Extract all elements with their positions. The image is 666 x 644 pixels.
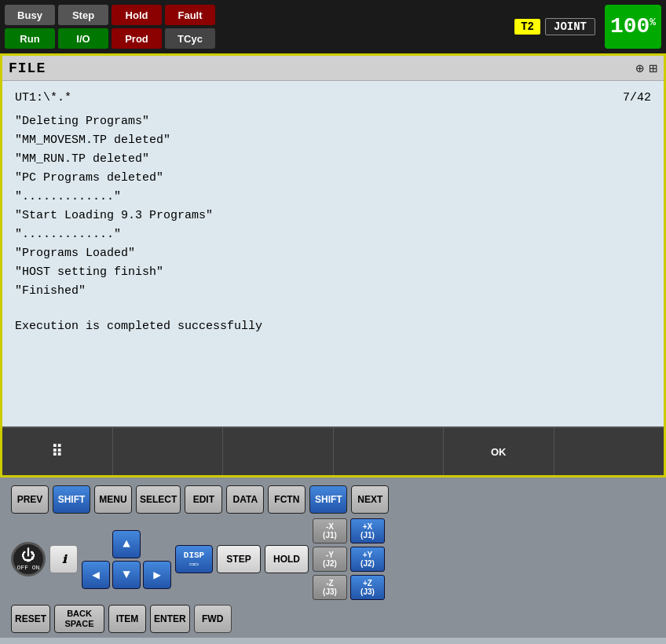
status-group-4: Fault TCyc xyxy=(165,5,215,49)
func-bar: ⠿ OK xyxy=(2,426,664,475)
arrow-down-button[interactable]: ▼ xyxy=(112,561,141,589)
edit-button[interactable]: EDIT xyxy=(185,485,222,514)
content-line: Execution is completed successfully xyxy=(15,317,651,336)
neg-z-button[interactable]: -Z(J3) xyxy=(313,575,347,600)
fwd-button[interactable]: FWD xyxy=(194,605,232,633)
hold-button[interactable]: Hold xyxy=(112,5,162,25)
axis-row-y: -Y(J2) +Y(J2) xyxy=(313,547,385,572)
disp-button[interactable]: DISP ▭▭ xyxy=(175,545,213,573)
keyboard-panel: PREV SHIFT MENU SELECT EDIT DATA FCTN SH… xyxy=(0,478,666,638)
t2-badge: T2 xyxy=(514,19,540,35)
content-line: "PC Programs deleted" xyxy=(15,169,651,188)
indicator-group: T2 JOINT xyxy=(514,18,595,35)
content-line: "Start Loading 9.3 Programs" xyxy=(15,207,651,225)
arrow-right-button[interactable]: ▶ xyxy=(143,561,171,589)
axis-row-x: -X(J1) +X(J1) xyxy=(313,518,385,543)
grid-icon[interactable]: ⊞ xyxy=(649,60,657,77)
arrow-up-button[interactable]: ▲ xyxy=(112,530,141,558)
percent-value: 100 xyxy=(610,16,650,38)
run-button[interactable]: Run xyxy=(5,28,55,49)
zoom-icon[interactable]: ⊕ xyxy=(635,60,644,77)
status-group-3: Hold Prod xyxy=(112,5,162,49)
file-header: FILE ⊕ ⊞ xyxy=(2,56,664,81)
pos-x-button[interactable]: +X(J1) xyxy=(350,518,385,543)
file-position: 7/42 xyxy=(623,89,651,108)
tcyc-button[interactable]: TCyc xyxy=(165,28,215,49)
content-line: "............." xyxy=(15,188,651,207)
percent-box: 100 % xyxy=(605,5,661,49)
arrow-left-button[interactable]: ◀ xyxy=(82,561,110,589)
pos-y-button[interactable]: +Y(J2) xyxy=(350,547,385,572)
prev-button[interactable]: PREV xyxy=(11,485,49,514)
hold-kbd-button[interactable]: HOLD xyxy=(265,545,309,573)
data-button[interactable]: DATA xyxy=(226,485,264,514)
content-lines: "Deleting Programs""MM_MOVESM.TP deleted… xyxy=(15,112,651,336)
io-button[interactable]: I/O xyxy=(58,28,108,49)
kbd-row-1: PREV SHIFT MENU SELECT EDIT DATA FCTN SH… xyxy=(11,485,655,514)
fault-button[interactable]: Fault xyxy=(165,5,215,25)
shift2-button[interactable]: SHIFT xyxy=(309,485,347,514)
func-f2-button[interactable] xyxy=(113,428,224,475)
status-group-1: Busy Run xyxy=(5,5,55,49)
kbd-row-3: RESET BACKSPACE ITEM ENTER FWD xyxy=(11,605,655,633)
status-group-2: Step I/O xyxy=(58,5,108,49)
pos-z-button[interactable]: +Z(J3) xyxy=(350,575,385,600)
item-button[interactable]: ITEM xyxy=(108,605,146,633)
select-button[interactable]: SELECT xyxy=(136,485,181,514)
content-header-row: UT1:\*.* 7/42 xyxy=(15,89,651,108)
next-button[interactable]: NEXT xyxy=(351,485,389,514)
content-line: "HOST setting finish" xyxy=(15,263,651,282)
file-path: UT1:\*.* xyxy=(15,89,71,108)
arrow-group: ▲ ◀ ▶ ▼ xyxy=(82,530,171,589)
func-ok-button[interactable]: OK xyxy=(444,428,554,475)
busy-button[interactable]: Busy xyxy=(5,5,55,25)
info-button[interactable]: ℹ xyxy=(49,545,78,573)
enter-button[interactable]: ENTER xyxy=(150,605,190,633)
content-line: "MM_MOVESM.TP deleted" xyxy=(15,131,651,150)
fctn-button[interactable]: FCTN xyxy=(268,485,306,514)
step-button[interactable]: Step xyxy=(58,5,108,25)
content-line: "............." xyxy=(15,225,651,244)
content-line: "Deleting Programs" xyxy=(15,112,651,131)
info-icon: ℹ xyxy=(62,553,66,566)
func-grid-button[interactable]: ⠿ xyxy=(2,428,113,475)
joint-badge: JOINT xyxy=(545,18,595,35)
neg-y-button[interactable]: -Y(J2) xyxy=(313,547,347,572)
content-area: UT1:\*.* 7/42 "Deleting Programs""MM_MOV… xyxy=(2,81,664,426)
header-icons: ⊕ ⊞ xyxy=(635,60,657,77)
content-line: "Programs Loaded" xyxy=(15,244,651,263)
kbd-row-2: ⏻ OFF ON ℹ ▲ ◀ ▶ ▼ DISP ▭▭ STEP HOLD -X(… xyxy=(11,518,655,600)
content-line: "MM_RUN.TP deleted" xyxy=(15,150,651,169)
axis-group: -X(J1) +X(J1) -Y(J2) +Y(J2) -Z(J3) +Z(J3… xyxy=(313,518,385,600)
content-line: "Finished" xyxy=(15,282,651,301)
content-line xyxy=(15,301,651,317)
menu-button[interactable]: MENU xyxy=(94,485,132,514)
power-button[interactable]: ⏻ OFF ON xyxy=(11,542,46,576)
percent-sign: % xyxy=(650,17,656,27)
reset-button[interactable]: RESET xyxy=(11,605,50,633)
backspace-button[interactable]: BACKSPACE xyxy=(54,605,104,633)
prod-button[interactable]: Prod xyxy=(112,28,162,49)
step-kbd-button[interactable]: STEP xyxy=(217,545,261,573)
screen-area: FILE ⊕ ⊞ UT1:\*.* 7/42 "Deleting Program… xyxy=(0,53,666,478)
func-f6-button[interactable] xyxy=(554,428,664,475)
func-f4-button[interactable] xyxy=(334,428,445,475)
file-title: FILE xyxy=(9,60,46,76)
func-f3-button[interactable] xyxy=(223,428,334,475)
shift1-button[interactable]: SHIFT xyxy=(53,485,90,514)
axis-row-z: -Z(J3) +Z(J3) xyxy=(313,575,385,600)
neg-x-button[interactable]: -X(J1) xyxy=(313,518,347,543)
status-bar: Busy Run Step I/O Hold Prod Fault TCyc T… xyxy=(0,0,666,53)
